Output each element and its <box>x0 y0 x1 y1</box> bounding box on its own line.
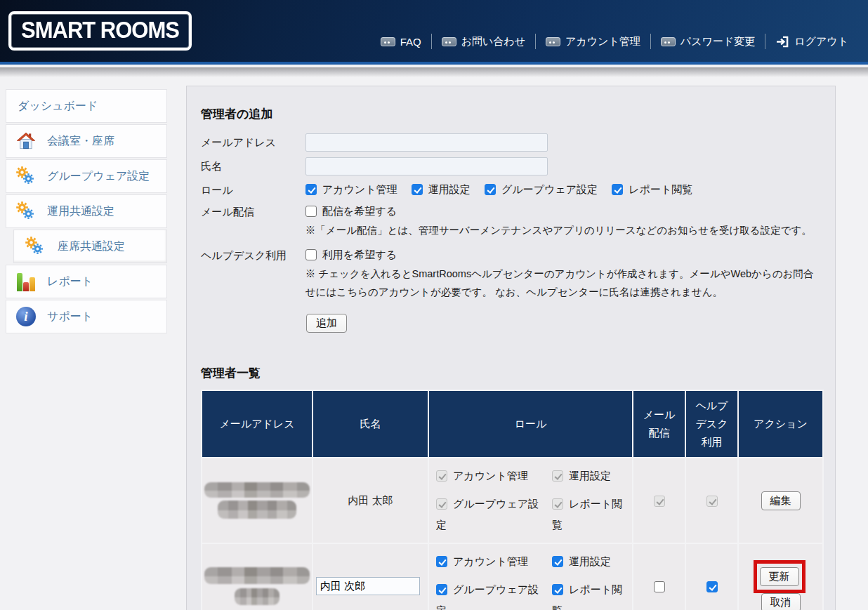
redacted-email-block <box>204 567 310 584</box>
role-checkbox-report[interactable]: レポート閲覧 <box>612 183 692 195</box>
role-option-label: グループウェア設定 <box>436 583 539 610</box>
role-checkbox-operation[interactable]: 運用設定 <box>552 551 626 572</box>
nav-password-change[interactable]: パスワード変更 <box>661 35 755 48</box>
name-field[interactable] <box>305 157 548 175</box>
logout-icon <box>775 36 789 48</box>
checkbox-checked-icon[interactable] <box>552 584 563 595</box>
badge-icon <box>381 37 395 46</box>
checkbox-checked-icon[interactable] <box>612 184 623 195</box>
nav-faq[interactable]: FAQ <box>381 36 421 48</box>
header-shadow <box>0 67 868 77</box>
email-cell-redacted <box>202 458 313 543</box>
checkbox-disabled-checked-icon <box>552 470 563 482</box>
nav-logout-label: ログアウト <box>794 35 848 48</box>
role-checkbox-operation[interactable]: 運用設定 <box>412 183 471 195</box>
role-cell: アカウント管理運用設定 グループウェア設定レポート閲覧 <box>428 543 633 610</box>
helpdesk-cell <box>685 543 738 610</box>
name-cell <box>313 543 428 610</box>
role-label: ロール <box>201 181 305 197</box>
sidebar-item-rooms-seats[interactable]: 会議室・座席 <box>6 124 167 158</box>
role-checkbox-groupware: グループウェア設定 <box>436 493 545 536</box>
red-annotation-box: 更新 <box>754 560 805 593</box>
name-edit-field[interactable] <box>316 577 420 595</box>
checkbox-checked-icon[interactable] <box>706 581 718 592</box>
add-button[interactable]: 追加 <box>306 314 347 333</box>
nav-separator <box>650 34 651 49</box>
checkbox-checked-icon[interactable] <box>412 184 423 195</box>
helpdesk-note: ※ チェックを入れるとSmartRoomsヘルプセンターのアカウントが作成されま… <box>305 265 821 301</box>
nav-separator <box>535 34 536 49</box>
app-header: SMART ROOMS FAQ お問い合わせ アカウント管理 パスワード変更 <box>0 0 868 65</box>
sidebar-item-report[interactable]: レポート <box>6 265 167 298</box>
sidebar-item-dashboard[interactable]: ダッシュボード <box>6 89 167 123</box>
nav-password-label: パスワード変更 <box>680 35 755 48</box>
checkbox-checked-icon[interactable] <box>305 184 317 195</box>
nav-faq-label: FAQ <box>400 36 421 48</box>
redacted-email-block <box>218 500 296 519</box>
email-field[interactable] <box>305 133 548 152</box>
role-option-label: 運用設定 <box>428 183 471 195</box>
mail-delivery-checkbox[interactable]: 配信を希望する <box>305 205 397 217</box>
nav-contact-label: お問い合わせ <box>461 35 525 48</box>
sidebar-item-groupware-settings[interactable]: グループウェア設定 <box>6 159 167 193</box>
checkbox-unchecked-icon[interactable] <box>305 249 317 260</box>
nav-account-label: アカウント管理 <box>565 35 640 48</box>
nav-logout[interactable]: ログアウト <box>775 35 848 48</box>
checkbox-disabled-checked-icon <box>552 498 563 510</box>
nav-separator <box>765 34 765 49</box>
helpdesk-checkbox[interactable]: 利用を希望する <box>305 248 397 260</box>
sidebar-item-support[interactable]: i サポート <box>6 300 167 333</box>
checkbox-disabled-checked-icon <box>706 496 718 507</box>
sidebar-item-label: グループウェア設定 <box>47 169 150 184</box>
update-button[interactable]: 更新 <box>760 567 799 586</box>
checkbox-checked-icon[interactable] <box>485 184 496 195</box>
helpdesk-option-label: 利用を希望する <box>322 248 397 260</box>
checkbox-unchecked-icon[interactable] <box>305 206 317 217</box>
action-cell: 編集 <box>738 458 823 543</box>
sidebar-item-operation-common-settings[interactable]: 運用共通設定 <box>6 194 167 228</box>
helpdesk-label: ヘルプデスク利用 <box>201 246 305 263</box>
email-cell-redacted <box>202 543 313 610</box>
role-checkbox-account[interactable]: アカウント管理 <box>436 551 545 572</box>
role-option-label: レポート閲覧 <box>629 183 692 195</box>
app-logo: SMART ROOMS <box>8 11 192 51</box>
table-header-row: メールアドレス 氏名 ロール メール配信 ヘルプデスク利用 アクション <box>202 390 823 458</box>
sidebar-item-label: レポート <box>47 274 93 289</box>
mail-delivery-label: メール配信 <box>201 203 305 219</box>
role-option-label: 運用設定 <box>569 555 611 567</box>
checkbox-checked-icon[interactable] <box>552 556 563 567</box>
role-option-label: 運用設定 <box>569 470 611 482</box>
col-header-mail: メール配信 <box>633 390 685 458</box>
role-checkbox-account: アカウント管理 <box>436 465 545 486</box>
bar-chart-icon <box>15 270 37 293</box>
edit-button[interactable]: 編集 <box>761 491 801 510</box>
checkbox-checked-icon[interactable] <box>436 556 447 567</box>
sidebar: ダッシュボード 会議室・座席 <box>6 89 167 335</box>
col-header-name: 氏名 <box>313 390 428 458</box>
role-checkbox-account[interactable]: アカウント管理 <box>305 183 397 195</box>
name-label: 氏名 <box>201 157 305 173</box>
redacted-email-block <box>235 588 280 605</box>
email-label: メールアドレス <box>201 133 305 150</box>
role-checkbox-report[interactable]: レポート閲覧 <box>552 579 626 610</box>
nav-contact[interactable]: お問い合わせ <box>442 35 525 48</box>
role-option-label: グループウェア設定 <box>501 183 598 195</box>
gears-icon <box>15 200 37 223</box>
nav-account-management[interactable]: アカウント管理 <box>546 35 640 48</box>
cancel-button[interactable]: 取消 <box>761 593 801 610</box>
checkbox-unchecked-icon[interactable] <box>654 581 665 592</box>
sidebar-item-seat-common-settings[interactable]: 座席共通設定 <box>13 230 167 263</box>
sidebar-item-label: 会議室・座席 <box>47 134 114 149</box>
admin-list-title: 管理者一覧 <box>201 365 821 381</box>
col-header-role: ロール <box>428 390 633 458</box>
mail-delivery-option-label: 配信を希望する <box>322 205 397 217</box>
house-icon <box>15 130 37 152</box>
badge-icon <box>546 37 560 46</box>
sidebar-item-label: サポート <box>47 310 93 324</box>
sidebar-item-label: 運用共通設定 <box>47 204 114 219</box>
checkbox-checked-icon[interactable] <box>436 584 447 595</box>
mail-cell <box>633 458 685 543</box>
checkbox-disabled-checked-icon <box>654 496 665 507</box>
role-checkbox-groupware[interactable]: グループウェア設定 <box>436 579 545 610</box>
role-checkbox-groupware[interactable]: グループウェア設定 <box>485 183 598 195</box>
